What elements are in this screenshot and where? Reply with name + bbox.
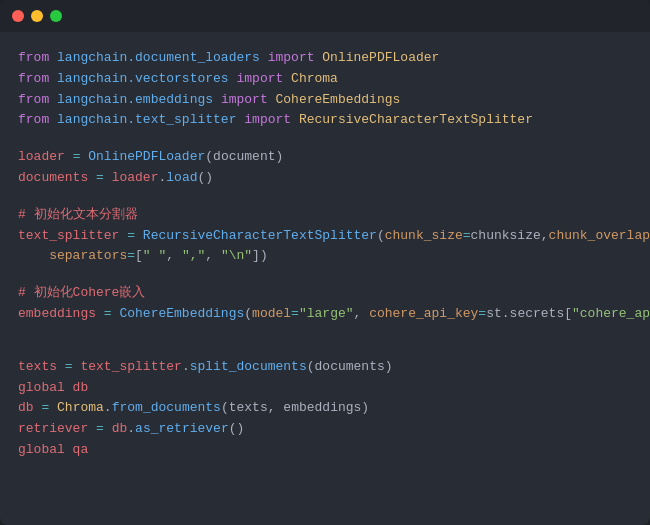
code-editor-window: from langchain.document_loaders import O… (0, 0, 650, 525)
code-line: global db (18, 378, 632, 399)
close-button[interactable] (12, 10, 24, 22)
code-line: loader = OnlinePDFLoader(document) (18, 147, 632, 168)
minimize-button[interactable] (31, 10, 43, 22)
code-line: db = Chroma.from_documents(texts, embedd… (18, 398, 632, 419)
code-line-comment: # 初始化Cohere嵌入 (18, 283, 632, 304)
code-line: retriever = db.as_retriever() (18, 419, 632, 440)
code-line: documents = loader.load() (18, 168, 632, 189)
code-line: text_splitter = RecursiveCharacterTextSp… (18, 226, 632, 247)
traffic-lights (12, 10, 62, 22)
code-line: from langchain.vectorstores import Chrom… (18, 69, 632, 90)
code-line: from langchain.document_loaders import O… (18, 48, 632, 69)
maximize-button[interactable] (50, 10, 62, 22)
code-line: separators=[" ", ",", "\n"]) (18, 246, 632, 267)
code-line: texts = text_splitter.split_documents(do… (18, 357, 632, 378)
code-line: global qa (18, 440, 632, 461)
code-line: embeddings = CohereEmbeddings(model="lar… (18, 304, 632, 325)
code-line: from langchain.text_splitter import Recu… (18, 110, 632, 131)
code-line: from langchain.embeddings import CohereE… (18, 90, 632, 111)
code-line-comment: # 初始化文本分割器 (18, 205, 632, 226)
code-area: from langchain.document_loaders import O… (0, 32, 650, 525)
titlebar (0, 0, 650, 32)
